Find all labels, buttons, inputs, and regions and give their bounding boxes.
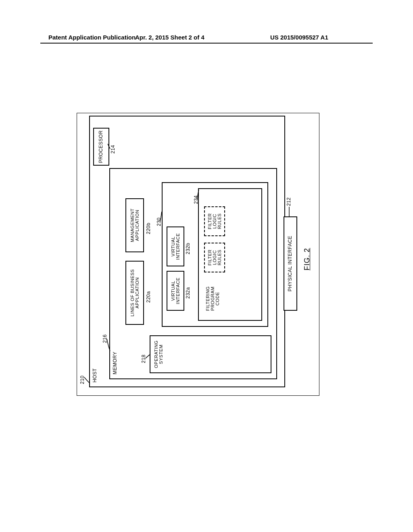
leader-lines	[77, 113, 319, 395]
header-rule	[40, 43, 373, 44]
header-center: Apr. 2, 2015 Sheet 2 of 4	[135, 34, 204, 41]
figure-frame: HOST 210 PROCESSOR 214 MEMORY 216 OPERAT…	[77, 113, 319, 396]
header-left: Patent Application Publication	[48, 34, 136, 41]
header-right: US 2015/0095527 A1	[270, 34, 328, 41]
figure-2: HOST 210 PROCESSOR 214 MEMORY 216 OPERAT…	[77, 113, 319, 395]
